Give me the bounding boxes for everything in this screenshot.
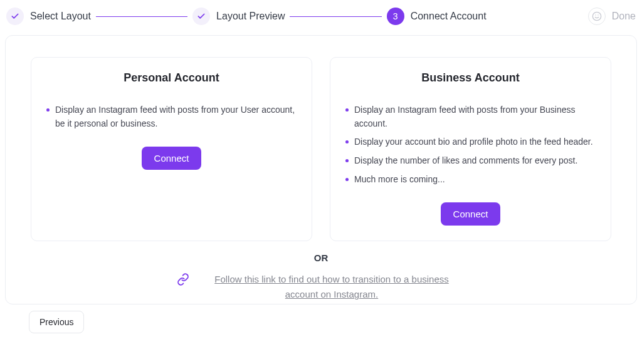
- business-features-list: Display an Instagram feed with posts fro…: [345, 103, 598, 191]
- connect-business-button[interactable]: Connect: [441, 202, 501, 226]
- step-number-icon: 3: [387, 8, 404, 25]
- step-connect-account[interactable]: 3 Connect Account: [387, 8, 487, 25]
- step-label: Select Layout: [30, 11, 91, 22]
- check-icon: [6, 8, 24, 25]
- wizard-footer: Previous: [0, 304, 642, 333]
- link-icon: [177, 273, 189, 288]
- account-cards-row: Personal Account Display an Instagram fe…: [31, 57, 611, 241]
- card-title: Business Account: [343, 71, 598, 85]
- transition-help-link[interactable]: Follow this link to find out how to tran…: [198, 272, 465, 302]
- help-row: Follow this link to find out how to tran…: [31, 272, 611, 302]
- step-label: Done: [612, 11, 636, 22]
- personal-features-list: Display an Instagram feed with posts fro…: [46, 103, 299, 135]
- list-item: Display an Instagram feed with posts fro…: [345, 103, 598, 130]
- step-label: Connect Account: [411, 11, 487, 22]
- personal-account-card: Personal Account Display an Instagram fe…: [31, 57, 312, 241]
- step-select-layout[interactable]: Select Layout: [6, 8, 91, 25]
- smile-icon: [588, 8, 606, 25]
- business-account-card: Business Account Display an Instagram fe…: [330, 57, 611, 241]
- step-connector: [96, 16, 187, 17]
- connect-account-panel: Personal Account Display an Instagram fe…: [5, 35, 637, 304]
- step-connector: [290, 16, 381, 17]
- step-layout-preview[interactable]: Layout Preview: [192, 8, 285, 25]
- or-separator: OR: [31, 252, 611, 263]
- list-item: Display an Instagram feed with posts fro…: [46, 103, 299, 130]
- card-title: Personal Account: [44, 71, 299, 85]
- list-item: Display the number of likes and comments…: [345, 154, 598, 168]
- wizard-stepper: Select Layout Layout Preview 3 Connect A…: [0, 0, 642, 33]
- list-item: Much more is coming...: [345, 173, 598, 187]
- previous-button[interactable]: Previous: [29, 311, 84, 333]
- list-item: Display your account bio and profile pho…: [345, 135, 598, 149]
- step-label: Layout Preview: [216, 11, 285, 22]
- check-icon: [192, 8, 210, 25]
- connect-personal-button[interactable]: Connect: [142, 147, 202, 170]
- step-done: Done: [588, 8, 636, 25]
- svg-point-0: [592, 12, 601, 20]
